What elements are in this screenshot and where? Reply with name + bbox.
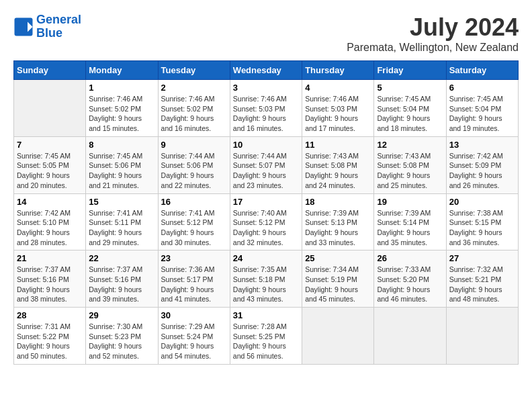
- calendar-cell: 23Sunrise: 7:36 AMSunset: 5:17 PMDayligh…: [158, 250, 230, 308]
- weekday-header: Wednesday: [230, 61, 302, 80]
- day-number: 2: [161, 83, 227, 93]
- day-info: Sunrise: 7:39 AMSunset: 5:13 PMDaylight:…: [305, 208, 371, 248]
- calendar-cell: 20Sunrise: 7:38 AMSunset: 5:15 PMDayligh…: [446, 193, 518, 250]
- day-info: Sunrise: 7:46 AMSunset: 5:02 PMDaylight:…: [89, 94, 154, 134]
- calendar-cell: [374, 308, 446, 365]
- day-number: 25: [305, 253, 371, 263]
- weekday-row: SundayMondayTuesdayWednesdayThursdayFrid…: [14, 61, 519, 80]
- day-info: Sunrise: 7:34 AMSunset: 5:19 PMDaylight:…: [305, 265, 371, 304]
- calendar-cell: [14, 80, 86, 137]
- day-number: 15: [89, 197, 154, 207]
- day-number: 11: [305, 140, 371, 150]
- day-info: Sunrise: 7:39 AMSunset: 5:14 PMDaylight:…: [377, 208, 443, 248]
- calendar-cell: 26Sunrise: 7:33 AMSunset: 5:20 PMDayligh…: [374, 250, 446, 308]
- day-number: 10: [233, 140, 299, 150]
- calendar-cell: 2Sunrise: 7:46 AMSunset: 5:02 PMDaylight…: [158, 80, 230, 137]
- calendar-body: 1Sunrise: 7:46 AMSunset: 5:02 PMDaylight…: [14, 80, 519, 365]
- weekday-header: Friday: [374, 61, 446, 80]
- day-number: 20: [449, 197, 515, 207]
- logo-line2: Blue: [36, 26, 62, 40]
- day-info: Sunrise: 7:41 AMSunset: 5:11 PMDaylight:…: [89, 208, 154, 248]
- day-info: Sunrise: 7:31 AMSunset: 5:22 PMDaylight:…: [17, 322, 83, 361]
- calendar-cell: 4Sunrise: 7:46 AMSunset: 5:03 PMDaylight…: [302, 80, 374, 137]
- calendar-cell: 12Sunrise: 7:43 AMSunset: 5:08 PMDayligh…: [374, 136, 446, 193]
- day-info: Sunrise: 7:45 AMSunset: 5:05 PMDaylight:…: [17, 151, 83, 191]
- calendar-cell: 3Sunrise: 7:46 AMSunset: 5:03 PMDaylight…: [230, 80, 302, 137]
- logo-text: General Blue: [36, 13, 81, 40]
- day-info: Sunrise: 7:32 AMSunset: 5:21 PMDaylight:…: [449, 265, 515, 304]
- calendar-cell: 19Sunrise: 7:39 AMSunset: 5:14 PMDayligh…: [374, 193, 446, 250]
- day-info: Sunrise: 7:37 AMSunset: 5:16 PMDaylight:…: [89, 265, 154, 304]
- calendar-cell: 16Sunrise: 7:41 AMSunset: 5:12 PMDayligh…: [158, 193, 230, 250]
- calendar-cell: 25Sunrise: 7:34 AMSunset: 5:19 PMDayligh…: [302, 250, 374, 308]
- day-number: 6: [449, 83, 515, 93]
- page-header: General Blue July 2024 Paremata, Welling…: [13, 13, 519, 54]
- day-number: 31: [233, 310, 299, 320]
- day-number: 26: [377, 253, 443, 263]
- day-info: Sunrise: 7:44 AMSunset: 5:06 PMDaylight:…: [161, 151, 227, 191]
- day-info: Sunrise: 7:43 AMSunset: 5:08 PMDaylight:…: [377, 151, 443, 191]
- day-info: Sunrise: 7:29 AMSunset: 5:24 PMDaylight:…: [161, 322, 227, 361]
- calendar-cell: 8Sunrise: 7:45 AMSunset: 5:06 PMDaylight…: [86, 136, 158, 193]
- day-info: Sunrise: 7:46 AMSunset: 5:02 PMDaylight:…: [161, 94, 227, 134]
- calendar-cell: 30Sunrise: 7:29 AMSunset: 5:24 PMDayligh…: [158, 308, 230, 365]
- day-info: Sunrise: 7:42 AMSunset: 5:09 PMDaylight:…: [449, 151, 515, 191]
- logo-icon: [13, 17, 34, 37]
- day-number: 13: [449, 140, 515, 150]
- weekday-header: Monday: [86, 61, 158, 80]
- day-info: Sunrise: 7:46 AMSunset: 5:03 PMDaylight:…: [233, 94, 299, 134]
- title-block: July 2024 Paremata, Wellington, New Zeal…: [347, 13, 519, 54]
- calendar-week-row: 28Sunrise: 7:31 AMSunset: 5:22 PMDayligh…: [14, 308, 519, 365]
- logo: General Blue: [13, 13, 81, 40]
- day-info: Sunrise: 7:45 AMSunset: 5:06 PMDaylight:…: [89, 151, 154, 191]
- day-info: Sunrise: 7:45 AMSunset: 5:04 PMDaylight:…: [449, 94, 515, 134]
- day-info: Sunrise: 7:46 AMSunset: 5:03 PMDaylight:…: [305, 94, 371, 134]
- day-number: 17: [233, 197, 299, 207]
- day-number: 19: [377, 197, 443, 207]
- calendar-week-row: 7Sunrise: 7:45 AMSunset: 5:05 PMDaylight…: [14, 136, 519, 193]
- day-info: Sunrise: 7:45 AMSunset: 5:04 PMDaylight:…: [377, 94, 443, 134]
- day-info: Sunrise: 7:40 AMSunset: 5:12 PMDaylight:…: [233, 208, 299, 248]
- day-number: 8: [89, 140, 154, 150]
- calendar-cell: 22Sunrise: 7:37 AMSunset: 5:16 PMDayligh…: [86, 250, 158, 308]
- day-number: 5: [377, 83, 443, 93]
- day-number: 18: [305, 197, 371, 207]
- calendar-cell: [302, 308, 374, 365]
- day-number: 7: [17, 140, 83, 150]
- day-number: 30: [161, 310, 227, 320]
- calendar-week-row: 21Sunrise: 7:37 AMSunset: 5:16 PMDayligh…: [14, 250, 519, 308]
- day-info: Sunrise: 7:42 AMSunset: 5:10 PMDaylight:…: [17, 208, 83, 248]
- day-info: Sunrise: 7:41 AMSunset: 5:12 PMDaylight:…: [161, 208, 227, 248]
- calendar-cell: 17Sunrise: 7:40 AMSunset: 5:12 PMDayligh…: [230, 193, 302, 250]
- calendar-cell: 6Sunrise: 7:45 AMSunset: 5:04 PMDaylight…: [446, 80, 518, 137]
- calendar-week-row: 14Sunrise: 7:42 AMSunset: 5:10 PMDayligh…: [14, 193, 519, 250]
- calendar-cell: 24Sunrise: 7:35 AMSunset: 5:18 PMDayligh…: [230, 250, 302, 308]
- calendar-cell: 18Sunrise: 7:39 AMSunset: 5:13 PMDayligh…: [302, 193, 374, 250]
- calendar-cell: 29Sunrise: 7:30 AMSunset: 5:23 PMDayligh…: [86, 308, 158, 365]
- day-number: 14: [17, 197, 83, 207]
- calendar-cell: 13Sunrise: 7:42 AMSunset: 5:09 PMDayligh…: [446, 136, 518, 193]
- month-year-title: July 2024: [347, 13, 519, 42]
- day-number: 24: [233, 253, 299, 263]
- day-number: 29: [89, 310, 154, 320]
- day-info: Sunrise: 7:44 AMSunset: 5:07 PMDaylight:…: [233, 151, 299, 191]
- calendar-cell: 28Sunrise: 7:31 AMSunset: 5:22 PMDayligh…: [14, 308, 86, 365]
- day-info: Sunrise: 7:35 AMSunset: 5:18 PMDaylight:…: [233, 265, 299, 304]
- calendar-cell: 5Sunrise: 7:45 AMSunset: 5:04 PMDaylight…: [374, 80, 446, 137]
- calendar-cell: 9Sunrise: 7:44 AMSunset: 5:06 PMDaylight…: [158, 136, 230, 193]
- day-number: 21: [17, 253, 83, 263]
- day-number: 23: [161, 253, 227, 263]
- day-info: Sunrise: 7:36 AMSunset: 5:17 PMDaylight:…: [161, 265, 227, 304]
- calendar-cell: 31Sunrise: 7:28 AMSunset: 5:25 PMDayligh…: [230, 308, 302, 365]
- calendar-cell: 10Sunrise: 7:44 AMSunset: 5:07 PMDayligh…: [230, 136, 302, 193]
- calendar-cell: 11Sunrise: 7:43 AMSunset: 5:08 PMDayligh…: [302, 136, 374, 193]
- day-number: 27: [449, 253, 515, 263]
- day-number: 16: [161, 197, 227, 207]
- day-number: 3: [233, 83, 299, 93]
- logo-line1: General: [36, 13, 81, 26]
- location-subtitle: Paremata, Wellington, New Zealand: [347, 42, 519, 54]
- calendar-cell: 14Sunrise: 7:42 AMSunset: 5:10 PMDayligh…: [14, 193, 86, 250]
- weekday-header: Thursday: [302, 61, 374, 80]
- calendar-cell: 27Sunrise: 7:32 AMSunset: 5:21 PMDayligh…: [446, 250, 518, 308]
- calendar-cell: 15Sunrise: 7:41 AMSunset: 5:11 PMDayligh…: [86, 193, 158, 250]
